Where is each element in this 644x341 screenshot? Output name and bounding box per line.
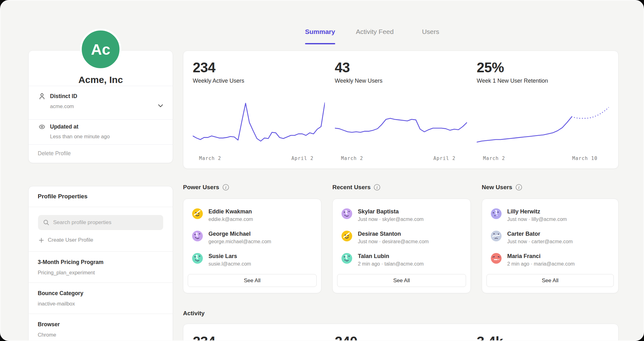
chevron-down-icon[interactable] xyxy=(158,103,163,109)
eye-icon xyxy=(39,124,45,129)
svg-text:i: i xyxy=(377,185,378,190)
user-avatar xyxy=(341,231,352,241)
stat-weekly-new-users: 43 Weekly New Users March 2 April 2 xyxy=(335,51,467,168)
company-avatar-initials: Ac xyxy=(91,41,110,58)
profile-properties-card: Profile Properties Create User Profile 3… xyxy=(28,186,173,341)
user-avatar xyxy=(341,208,352,219)
field-label: Updated at xyxy=(50,124,78,130)
week1-retention-chart xyxy=(477,100,609,151)
activity-stat: 240 xyxy=(335,324,467,341)
power-users-card: Eddie Kwakman eddie.k@acme.com George Mi… xyxy=(183,199,321,293)
see-all-button[interactable]: See All xyxy=(486,274,614,287)
summary-stats-card: 234 Weekly Active Users March 2 April 2 … xyxy=(183,51,619,169)
user-row[interactable]: Susie Lars susie.l@acme.com xyxy=(192,253,321,267)
stat-weekly-active-users: 234 Weekly Active Users March 2 April 2 xyxy=(193,51,325,168)
user-name: George Michael xyxy=(208,231,271,237)
field-value: acme.com xyxy=(50,103,164,109)
stat-value: 43 xyxy=(335,60,467,75)
activity-stat: 3.4k xyxy=(477,324,609,341)
user-row[interactable]: Lilly Herwitz Just now · lilly@acme.com xyxy=(491,208,618,222)
stat-label: Weekly Active Users xyxy=(193,78,325,84)
create-user-profile-button[interactable]: Create User Profile xyxy=(29,237,173,243)
user-meta: Just now · desirare@acme.com xyxy=(358,239,429,245)
user-row[interactable]: Eddie Kwakman eddie.k@acme.com xyxy=(192,208,321,222)
user-row[interactable]: Desirae Stanton Just now · desirare@acme… xyxy=(341,231,470,245)
field-row-distinct-id[interactable]: Distinct ID acme.com xyxy=(29,86,173,120)
person-icon xyxy=(39,93,45,100)
activity-stat: 234 xyxy=(193,324,325,341)
stat-value: 234 xyxy=(193,60,325,75)
user-meta: george.michael@acme.com xyxy=(208,239,271,245)
plus-icon xyxy=(39,238,44,243)
tab-users[interactable]: Users xyxy=(422,28,439,44)
axis-tick: April 2 xyxy=(433,156,455,161)
user-name: Eddie Kwakman xyxy=(208,208,253,215)
axis-tick: March 2 xyxy=(199,156,221,161)
section-title: Recent Users xyxy=(332,184,370,191)
search-input[interactable] xyxy=(53,219,154,226)
user-avatar xyxy=(491,253,502,264)
user-meta: susie.l@acme.com xyxy=(208,261,251,267)
user-name: Skylar Baptista xyxy=(358,208,424,215)
user-meta: Just now · carter@acme.com xyxy=(507,239,573,245)
property-row[interactable]: Browser Chrome xyxy=(29,314,173,341)
stat-week1-retention: 25% Week 1 New User Retention March 2 Ma… xyxy=(477,51,609,168)
company-avatar: Ac xyxy=(80,29,121,70)
field-value: Less than one minute ago xyxy=(50,134,164,140)
user-name: Talan Lubin xyxy=(358,253,424,260)
property-label: Browser xyxy=(38,321,164,328)
profile-card: Ac Acme, Inc Distinct ID acme.com xyxy=(28,50,173,163)
user-row[interactable]: Talan Lubin 2 min ago · talan@acme.com xyxy=(341,253,470,267)
user-name: Lilly Herwitz xyxy=(507,208,567,215)
recent-users-card: Skylar Baptista Just now · skyler@acme.c… xyxy=(332,199,471,293)
stat-label: Weekly New Users xyxy=(335,78,467,84)
user-avatar xyxy=(491,231,502,241)
see-all-button[interactable]: See All xyxy=(337,274,466,287)
user-avatar xyxy=(192,231,203,241)
see-all-button[interactable]: See All xyxy=(188,274,317,287)
tab-summary[interactable]: Summary xyxy=(305,28,335,44)
user-avatar xyxy=(192,208,203,219)
new-users-card: Lilly Herwitz Just now · lilly@acme.com … xyxy=(482,199,619,293)
info-icon[interactable]: i xyxy=(222,184,229,191)
axis-tick: March 2 xyxy=(483,156,505,161)
user-row[interactable]: Maria Franci 2 min ago · maria@acme.com xyxy=(491,253,618,267)
property-value: Chrome xyxy=(38,332,164,338)
search-icon xyxy=(43,219,49,226)
property-row[interactable]: 3-Month Pricing Program Pricing_plan_exp… xyxy=(29,252,173,283)
user-row[interactable]: Carter Bator Just now · carter@acme.com xyxy=(491,231,618,245)
axis-tick: April 2 xyxy=(291,156,314,161)
user-row[interactable]: Skylar Baptista Just now · skyler@acme.c… xyxy=(341,208,470,222)
weekly-active-users-chart xyxy=(193,100,325,151)
user-meta: 2 min ago · maria@acme.com xyxy=(507,261,575,267)
create-user-profile-label: Create User Profile xyxy=(48,237,93,243)
info-icon[interactable]: i xyxy=(374,184,380,191)
field-label: Distinct ID xyxy=(50,93,77,100)
stat-label: Week 1 New User Retention xyxy=(477,78,609,84)
profile-properties-title: Profile Properties xyxy=(29,186,173,207)
user-row[interactable]: George Michael george.michael@acme.com xyxy=(192,231,321,245)
recent-users-section: Recent Users i Skylar Baptista Just now … xyxy=(332,184,471,293)
user-meta: 2 min ago · talan@acme.com xyxy=(358,261,424,267)
axis-tick: March 10 xyxy=(572,156,597,161)
user-name: Maria Franci xyxy=(507,253,575,260)
property-value: Pricing_plan_experiment xyxy=(38,270,164,276)
profile-properties-tools: Create User Profile xyxy=(29,215,173,252)
property-row[interactable]: Bounce Category inactive-mailbox xyxy=(29,283,173,314)
user-avatar xyxy=(192,253,203,264)
app-window: Ac Acme, Inc Distinct ID acme.com xyxy=(0,0,644,341)
sidebar: Ac Acme, Inc Distinct ID acme.com xyxy=(28,1,173,341)
chart-x-axis: March 2 April 2 xyxy=(193,156,325,161)
search-box[interactable] xyxy=(38,215,163,230)
user-meta: Just now · lilly@acme.com xyxy=(507,217,567,222)
main-content: Summary Activity Feed Users 234 Weekly A… xyxy=(183,1,619,341)
user-sections: Power Users i Eddie Kwakman eddie.k@acme… xyxy=(183,184,619,293)
svg-text:i: i xyxy=(225,185,226,190)
weekly-new-users-chart xyxy=(335,100,467,151)
activity-title: Activity xyxy=(183,310,619,317)
delete-profile-button[interactable]: Delete Profile xyxy=(29,145,173,163)
activity-card: 234 240 3.4k xyxy=(183,324,619,341)
tab-activity-feed[interactable]: Activity Feed xyxy=(356,28,394,44)
info-icon[interactable]: i xyxy=(515,184,522,191)
field-row-updated-at: Updated at Less than one minute ago xyxy=(29,120,173,145)
